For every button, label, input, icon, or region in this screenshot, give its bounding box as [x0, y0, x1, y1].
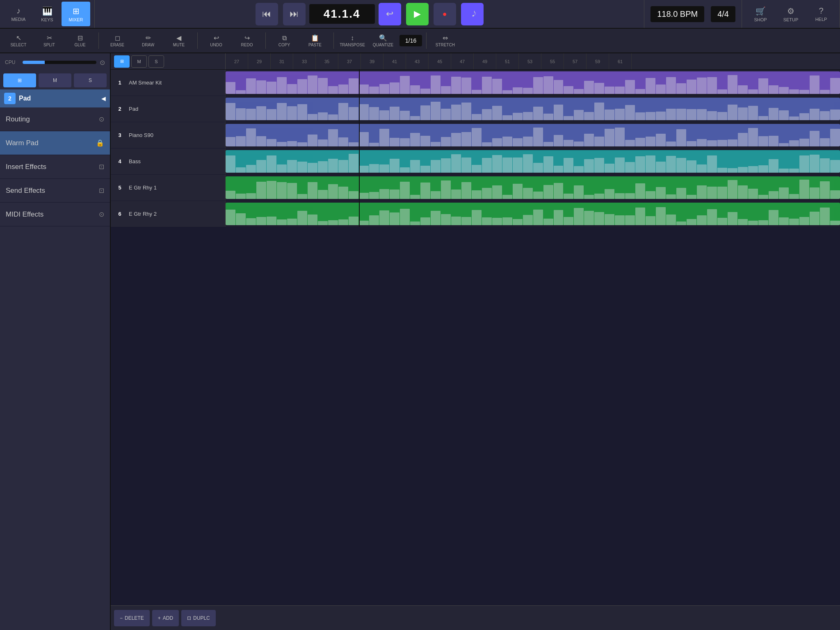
track-clip[interactable] — [226, 203, 840, 225]
routing-section[interactable]: Routing ⊙ — [0, 107, 110, 131]
help-label: HELP — [815, 17, 827, 22]
split-tool[interactable]: ✂ SPLIT — [35, 30, 64, 51]
bpm-display: 118.0 BPM — [651, 6, 704, 22]
loop-button[interactable]: ↩ — [379, 3, 401, 25]
timeline-ruler: 272931333537394143454749515355575961 — [226, 53, 840, 69]
insert-effects-section[interactable]: Insert Effects ⊡ — [0, 155, 110, 179]
shop-button[interactable]: 🛒 SHOP — [746, 2, 775, 26]
undo-icon: ↩ — [214, 34, 219, 42]
select-tool[interactable]: ↖ SELECT — [4, 30, 33, 51]
playhead — [359, 70, 360, 96]
duplicate-button[interactable]: ⊡ DUPLC — [181, 610, 216, 626]
track-name-label: Pad — [19, 95, 101, 102]
track-clip[interactable] — [226, 124, 840, 146]
midi-effects-icon: ⊙ — [99, 210, 104, 218]
ruler-tick: 37 — [338, 53, 361, 69]
track-clips[interactable] — [226, 201, 840, 227]
track-clip[interactable] — [226, 71, 840, 94]
track-title: E Gtr Rhy 2 — [129, 211, 222, 217]
track-clip[interactable] — [226, 176, 840, 199]
track-rows-container: 1AM Smear Kit2Pad3Piano S904Bass5E Gtr R… — [111, 70, 840, 605]
midi-effects-section[interactable]: MIDI Effects ⊙ — [0, 203, 110, 226]
ruler-tick: 61 — [609, 53, 632, 69]
record-dot-icon: ● — [443, 10, 447, 18]
toolbar-separator-3 — [265, 32, 266, 49]
paste-button[interactable]: 📋 PASTE — [301, 30, 329, 51]
redo-button[interactable]: ↪ REDO — [233, 30, 261, 51]
ruler-tick: 43 — [406, 53, 429, 69]
track-clips[interactable] — [226, 122, 840, 148]
send-effects-section[interactable]: Send Effects ⊡ — [0, 179, 110, 203]
bottom-controls: − DELETE + ADD ⊡ DUPLC — [111, 605, 840, 630]
ruler-tick: 33 — [293, 53, 316, 69]
rewind-to-start-button[interactable]: ⏮ — [256, 3, 278, 25]
track-clips[interactable] — [226, 96, 840, 122]
track-number-badge: 2 — [4, 93, 16, 104]
track-m-button[interactable]: M — [131, 55, 147, 68]
track-title: Pad — [129, 106, 222, 112]
arrange-mode-button[interactable]: ⊞ — [3, 73, 36, 87]
undo-button[interactable]: ↩ UNDO — [202, 30, 231, 51]
position-display: 41.1.4 — [309, 4, 375, 24]
track-number: 6 — [114, 208, 126, 220]
glue-tool[interactable]: ⊟ GLUE — [66, 30, 94, 51]
top-toolbar: ♪ MEDIA 🎹 KEYS ⊞ MIXER ⏮ ⏭ 41.1.4 ↩ ▶ ● … — [0, 0, 840, 29]
erase-tool[interactable]: ◻ ERASE — [103, 30, 132, 51]
delete-button[interactable]: − DELETE — [114, 610, 150, 626]
arrange-view-button[interactable]: ⊞ — [114, 55, 130, 68]
ruler-tick: 57 — [564, 53, 587, 69]
warm-pad-icon: 🔒 — [96, 139, 104, 147]
transpose-icon: ↕ — [351, 34, 354, 42]
keys-icon: 🎹 — [42, 6, 52, 16]
mute-mode-button[interactable]: M — [39, 73, 71, 87]
add-button[interactable]: + ADD — [152, 610, 179, 626]
prev-marker-button[interactable]: ⏭ — [283, 3, 306, 25]
media-button[interactable]: ♪ MEDIA — [4, 2, 33, 26]
ruler-tick: 41 — [383, 53, 406, 69]
second-toolbar: ↖ SELECT ✂ SPLIT ⊟ GLUE ◻ ERASE ✏ DRAW ◀… — [0, 29, 840, 53]
draw-tool[interactable]: ✏ DRAW — [134, 30, 162, 51]
stretch-button[interactable]: ⇔ STRETCH — [431, 30, 459, 51]
toolbar-separator-5 — [426, 32, 427, 49]
waveform — [226, 124, 840, 146]
insert-effects-label: Insert Effects — [6, 163, 99, 171]
shop-icon: 🛒 — [756, 6, 766, 16]
send-effects-icon: ⊡ — [99, 187, 104, 194]
help-button[interactable]: ? HELP — [807, 2, 835, 26]
keys-button[interactable]: 🎹 KEYS — [33, 2, 62, 26]
setup-button[interactable]: ⚙ SETUP — [776, 2, 805, 26]
track-clips[interactable] — [226, 148, 840, 174]
transpose-button[interactable]: ↕ TRANSPOSE — [338, 30, 367, 51]
copy-button[interactable]: ⧉ COPY — [270, 30, 299, 51]
track-s-button[interactable]: S — [148, 55, 164, 68]
warm-pad-label: Warm Pad — [6, 139, 96, 147]
track-row: 3Piano S90 — [111, 122, 840, 148]
mixer-button[interactable]: ⊞ MIXER — [62, 2, 90, 26]
track-clips[interactable] — [226, 175, 840, 201]
track-clip[interactable] — [226, 98, 840, 120]
track-info: 2Pad — [111, 96, 226, 122]
track-name-row: 2 Pad ◀ — [0, 89, 110, 107]
keys-label: KEYS — [41, 17, 53, 22]
track-title: E Gtr Rhy 1 — [129, 185, 222, 191]
quantize-button[interactable]: 🔍 QUANTIZE — [369, 30, 397, 51]
metronome-button[interactable]: 𝅘𝅥𝅮 — [461, 3, 484, 25]
mute-tool[interactable]: ◀ MUTE — [164, 30, 193, 51]
playhead — [359, 96, 360, 122]
ruler-tick: 51 — [496, 53, 519, 69]
track-list-header: ⊞ M S 2729313335373941434547495153555759… — [111, 53, 840, 70]
ruler-tick: 39 — [361, 53, 383, 69]
track-clips[interactable] — [226, 70, 840, 96]
routing-label: Routing — [6, 115, 99, 123]
record-button[interactable]: ● — [434, 3, 456, 25]
track-number: 3 — [114, 130, 126, 141]
solo-mode-button[interactable]: S — [74, 73, 107, 87]
track-clip[interactable] — [226, 150, 840, 173]
warm-pad-section[interactable]: Warm Pad 🔒 — [0, 131, 110, 155]
track-row: 5E Gtr Rhy 1 — [111, 175, 840, 201]
waveform — [226, 203, 840, 225]
waveform — [226, 150, 840, 173]
left-panel: CPU ⊙ ⊞ M S 2 Pad ◀ Routing ⊙ Warm Pad 🔒 — [0, 53, 111, 630]
cpu-row: CPU ⊙ — [0, 53, 110, 71]
play-button[interactable]: ▶ — [406, 3, 429, 25]
